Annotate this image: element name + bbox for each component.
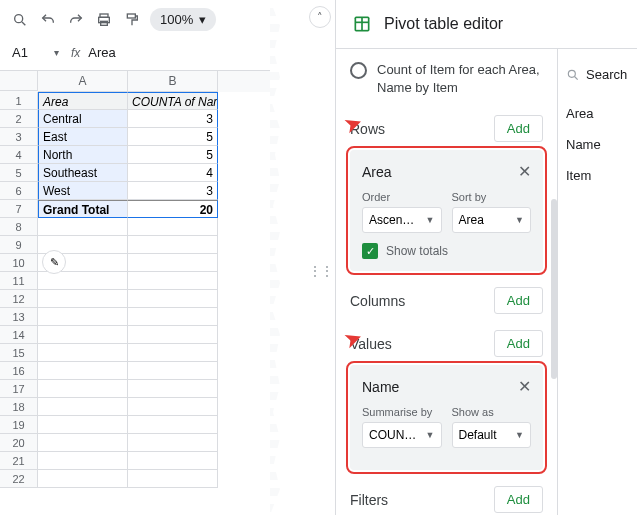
- row-header[interactable]: 2: [0, 110, 38, 128]
- cell[interactable]: [128, 326, 218, 344]
- row-header[interactable]: 20: [0, 434, 38, 452]
- cell[interactable]: [128, 470, 218, 488]
- row-header[interactable]: 14: [0, 326, 38, 344]
- cell[interactable]: 5: [128, 146, 218, 164]
- undo-icon[interactable]: [38, 10, 58, 30]
- row-header[interactable]: 7: [0, 200, 38, 218]
- cell[interactable]: 5: [128, 128, 218, 146]
- cell[interactable]: Southeast: [38, 164, 128, 182]
- radio-icon[interactable]: [350, 62, 367, 79]
- drag-handle-icon[interactable]: ⋮⋮: [308, 263, 332, 279]
- formula-bar[interactable]: Area: [88, 45, 115, 60]
- col-header-a[interactable]: A: [38, 71, 128, 92]
- cell[interactable]: [38, 290, 128, 308]
- editor-title: Pivot table editor: [384, 15, 503, 33]
- cell[interactable]: 3: [128, 110, 218, 128]
- row-header[interactable]: 1: [0, 92, 38, 110]
- close-icon[interactable]: ✕: [518, 377, 531, 396]
- row-header[interactable]: 13: [0, 308, 38, 326]
- field-item[interactable]: Name: [566, 129, 629, 160]
- cell[interactable]: [128, 254, 218, 272]
- cell[interactable]: [38, 218, 128, 236]
- zoom-dropdown[interactable]: 100% ▾: [150, 8, 216, 31]
- row-header[interactable]: 8: [0, 218, 38, 236]
- row-header[interactable]: 11: [0, 272, 38, 290]
- cell[interactable]: [128, 290, 218, 308]
- search-icon[interactable]: [10, 10, 30, 30]
- row-header[interactable]: 5: [0, 164, 38, 182]
- cell[interactable]: [38, 398, 128, 416]
- cell[interactable]: [128, 452, 218, 470]
- row-header[interactable]: 12: [0, 290, 38, 308]
- cell[interactable]: [128, 236, 218, 254]
- cell[interactable]: [38, 344, 128, 362]
- cell[interactable]: [128, 308, 218, 326]
- field-item[interactable]: Area: [566, 98, 629, 129]
- cell[interactable]: North: [38, 146, 128, 164]
- suggestion-row[interactable]: Count of Item for each Area, Name by Ite…: [350, 61, 543, 97]
- cell[interactable]: Grand Total: [38, 200, 128, 218]
- order-dropdown[interactable]: Ascen…▼: [362, 207, 442, 233]
- cell[interactable]: [38, 416, 128, 434]
- add-columns-button[interactable]: Add: [494, 287, 543, 314]
- row-header[interactable]: 21: [0, 452, 38, 470]
- cell[interactable]: [128, 416, 218, 434]
- row-header[interactable]: 15: [0, 344, 38, 362]
- row-header[interactable]: 19: [0, 416, 38, 434]
- redo-icon[interactable]: [66, 10, 86, 30]
- close-icon[interactable]: ✕: [518, 162, 531, 181]
- col-header-b[interactable]: B: [128, 71, 218, 92]
- cell[interactable]: [38, 434, 128, 452]
- cell[interactable]: [128, 380, 218, 398]
- add-filters-button[interactable]: Add: [494, 486, 543, 513]
- row-header[interactable]: 3: [0, 128, 38, 146]
- row-header[interactable]: 6: [0, 182, 38, 200]
- paint-format-icon[interactable]: [122, 10, 142, 30]
- row-header[interactable]: 16: [0, 362, 38, 380]
- name-box[interactable]: A1 ▾: [8, 43, 63, 62]
- scrollbar[interactable]: [551, 199, 557, 379]
- cell[interactable]: West: [38, 182, 128, 200]
- cell[interactable]: [128, 344, 218, 362]
- edit-pivot-button[interactable]: ✎: [42, 250, 66, 274]
- cell[interactable]: 3: [128, 182, 218, 200]
- cell[interactable]: [38, 326, 128, 344]
- row-header[interactable]: 22: [0, 470, 38, 488]
- row-header[interactable]: 17: [0, 380, 38, 398]
- rows-section: ➤ Rows Add Area ✕ Order Ascen…▼: [350, 115, 543, 271]
- cell[interactable]: 4: [128, 164, 218, 182]
- summarise-dropdown[interactable]: COUN…▼: [362, 422, 442, 448]
- cell[interactable]: [38, 470, 128, 488]
- add-values-button[interactable]: Add: [494, 330, 543, 357]
- row-header[interactable]: 4: [0, 146, 38, 164]
- field-item[interactable]: Item: [566, 160, 629, 191]
- collapse-panel-button[interactable]: ˄: [309, 6, 331, 28]
- cell[interactable]: [128, 272, 218, 290]
- search-field[interactable]: Search: [566, 59, 629, 90]
- row-header[interactable]: 18: [0, 398, 38, 416]
- cell[interactable]: [128, 398, 218, 416]
- cell[interactable]: [38, 362, 128, 380]
- cell[interactable]: Central: [38, 110, 128, 128]
- grid[interactable]: A B 1 Area COUNTA of Name 2Central3 3Eas…: [0, 71, 275, 488]
- cell[interactable]: [128, 362, 218, 380]
- show-totals-checkbox[interactable]: ✓ Show totals: [362, 243, 531, 259]
- row-header[interactable]: 9: [0, 236, 38, 254]
- cell[interactable]: 20: [128, 200, 218, 218]
- cell[interactable]: [38, 380, 128, 398]
- cell[interactable]: COUNTA of Name: [128, 92, 218, 110]
- cell[interactable]: [128, 218, 218, 236]
- row-header[interactable]: 10: [0, 254, 38, 272]
- cell[interactable]: [128, 434, 218, 452]
- cell[interactable]: [38, 272, 128, 290]
- showas-dropdown[interactable]: Default▼: [452, 422, 532, 448]
- select-all-corner[interactable]: [0, 71, 38, 91]
- cell[interactable]: Area: [38, 92, 128, 110]
- print-icon[interactable]: [94, 10, 114, 30]
- cell[interactable]: [38, 308, 128, 326]
- add-rows-button[interactable]: Add: [494, 115, 543, 142]
- svg-point-0: [15, 14, 23, 22]
- cell[interactable]: East: [38, 128, 128, 146]
- cell[interactable]: [38, 452, 128, 470]
- sortby-dropdown[interactable]: Area▼: [452, 207, 532, 233]
